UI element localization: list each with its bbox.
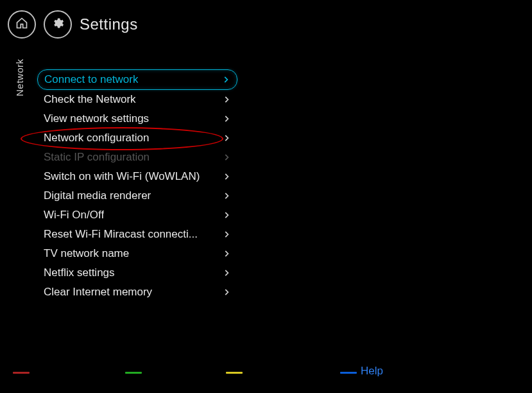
menu-item-label: Digital media renderer [44, 189, 151, 202]
chevron-right-icon [222, 268, 231, 277]
settings-menu: Connect to networkCheck the NetworkView … [37, 69, 237, 302]
menu-item-1[interactable]: Check the Network [37, 90, 237, 109]
chevron-right-icon [221, 75, 230, 84]
section-label: Network [14, 58, 25, 96]
menu-item-label: TV network name [44, 247, 129, 260]
color-key-blue [340, 372, 357, 374]
menu-item-2[interactable]: View network settings [37, 109, 237, 128]
page-title: Settings [80, 15, 138, 33]
settings-button[interactable] [44, 10, 72, 39]
home-button[interactable] [8, 10, 36, 39]
chevron-right-icon [222, 288, 231, 297]
menu-item-label: Wi-Fi On/Off [44, 209, 104, 222]
color-key-green [125, 372, 142, 374]
chevron-right-icon [222, 172, 231, 181]
chevron-right-icon [222, 95, 231, 104]
menu-item-label: Clear Internet memory [44, 286, 152, 299]
menu-item-label: Connect to network [44, 73, 138, 86]
chevron-right-icon [222, 230, 231, 239]
chevron-right-icon [222, 114, 231, 123]
chevron-right-icon [222, 134, 231, 143]
color-key-yellow [226, 372, 243, 374]
menu-item-label: Netflix settings [44, 266, 115, 279]
menu-item-9[interactable]: TV network name [37, 244, 237, 263]
chevron-right-icon [222, 249, 231, 258]
chevron-right-icon [222, 191, 231, 200]
gear-icon [51, 17, 64, 32]
menu-item-0[interactable]: Connect to network [37, 69, 237, 90]
home-icon [15, 17, 28, 32]
menu-item-label: Network configuration [44, 132, 149, 144]
menu-item-11[interactable]: Clear Internet memory [37, 283, 237, 302]
menu-item-label: Switch on with Wi-Fi (WoWLAN) [44, 170, 200, 183]
menu-item-6[interactable]: Digital media renderer [37, 186, 237, 205]
color-key-red [13, 372, 30, 374]
chevron-right-icon [222, 153, 231, 162]
menu-item-label: Reset Wi-Fi Miracast connecti... [44, 228, 198, 241]
menu-item-3[interactable]: Network configuration [37, 128, 237, 148]
menu-item-8[interactable]: Reset Wi-Fi Miracast connecti... [37, 225, 237, 244]
color-key-bar: Help [0, 361, 532, 374]
help-hint[interactable]: Help [361, 365, 383, 378]
header: Settings [8, 10, 138, 39]
menu-item-label: Check the Network [44, 93, 136, 106]
menu-item-label: Static IP configuration [44, 151, 150, 164]
menu-item-10[interactable]: Netflix settings [37, 263, 237, 283]
menu-item-5[interactable]: Switch on with Wi-Fi (WoWLAN) [37, 167, 237, 186]
menu-item-7[interactable]: Wi-Fi On/Off [37, 205, 237, 225]
menu-item-label: View network settings [44, 112, 149, 125]
menu-item-4: Static IP configuration [37, 148, 237, 167]
chevron-right-icon [222, 211, 231, 220]
